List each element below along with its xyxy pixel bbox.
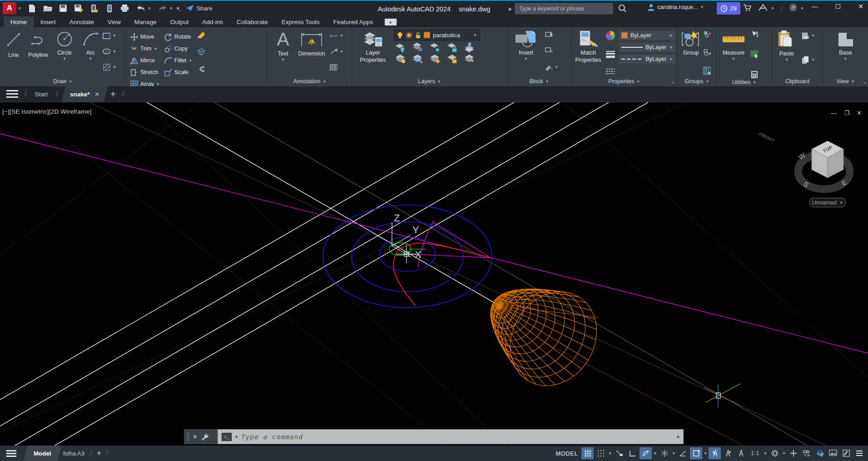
create-block-icon[interactable] bbox=[545, 30, 552, 38]
fillet-button[interactable]: Fillet▼ bbox=[164, 55, 192, 66]
color-wheel-icon[interactable] bbox=[605, 30, 616, 41]
group-button[interactable]: Group bbox=[680, 29, 701, 57]
insert-button[interactable]: Insert ▼ bbox=[512, 29, 540, 61]
panel-label-block[interactable]: Block▼ bbox=[507, 76, 571, 86]
color-dropdown[interactable]: ByLayer▼ bbox=[619, 30, 675, 40]
maximize-button[interactable]: ☐ bbox=[835, 3, 841, 10]
offset-icon[interactable] bbox=[197, 65, 204, 73]
scale-dropdown-icon[interactable]: ▼ bbox=[763, 451, 768, 456]
measure-button[interactable]: Measure ▼ bbox=[720, 29, 747, 61]
search-input[interactable]: Type a keyword or phrase bbox=[515, 3, 613, 14]
rectangle-dropdown-icon[interactable]: ▼ bbox=[113, 34, 116, 38]
open-from-mobile-icon[interactable] bbox=[105, 4, 114, 13]
status-menu-icon[interactable] bbox=[6, 450, 16, 457]
arc-dropdown-icon[interactable]: ▼ bbox=[89, 57, 92, 61]
layer-tools-4-icon[interactable] bbox=[446, 54, 458, 64]
graphics-performance-icon[interactable] bbox=[813, 447, 826, 459]
viewport-controls-label[interactable]: [−][SE Isometric][2D Wireframe] bbox=[2, 108, 91, 115]
undo-icon[interactable] bbox=[136, 4, 145, 13]
annotation-scale-icon[interactable] bbox=[735, 447, 747, 459]
tab-insert[interactable]: Insert bbox=[34, 16, 63, 27]
calculator-icon[interactable] bbox=[750, 70, 758, 78]
paste-dropdown-icon[interactable]: ▼ bbox=[785, 58, 789, 62]
copy-button[interactable]: Copy bbox=[164, 43, 192, 55]
panel-label-groups[interactable]: Groups▼ bbox=[678, 76, 716, 86]
line-button[interactable]: Line bbox=[2, 29, 25, 58]
qat-customize-icon[interactable]: ▼̲ bbox=[176, 6, 180, 11]
workspace-gear-icon[interactable] bbox=[769, 447, 781, 459]
user-account[interactable]: carolina.roque... ▼ bbox=[647, 3, 704, 11]
save-icon[interactable] bbox=[59, 4, 68, 13]
model-tab[interactable]: Model bbox=[24, 446, 61, 461]
clean-screen-icon[interactable] bbox=[827, 447, 839, 459]
close-tab-icon[interactable]: ✕ bbox=[94, 90, 99, 98]
new-file-icon[interactable] bbox=[28, 4, 37, 13]
tab-start[interactable]: Start bbox=[29, 86, 55, 102]
search-expand-icon[interactable]: ▶ bbox=[509, 6, 512, 11]
edit-block-icon[interactable] bbox=[545, 46, 552, 54]
group-selection-toggle[interactable] bbox=[703, 67, 711, 75]
paste-button[interactable]: Paste ▼ bbox=[776, 29, 798, 62]
fullscreen-icon[interactable] bbox=[840, 447, 852, 459]
dock-wrench-icon[interactable] bbox=[201, 433, 208, 441]
panel-label-utilities[interactable]: Utilities▼ bbox=[717, 78, 772, 86]
base-button[interactable]: Base ▼ bbox=[832, 29, 859, 61]
polar-dropdown-icon[interactable]: ▼ bbox=[653, 451, 657, 456]
leader-icon[interactable] bbox=[330, 48, 337, 55]
rectangle-tool-icon[interactable] bbox=[103, 32, 110, 40]
close-button[interactable]: ✕ bbox=[858, 3, 863, 10]
linear-dim-icon[interactable] bbox=[330, 32, 337, 40]
text-dropdown-icon[interactable]: ▼ bbox=[281, 58, 285, 62]
polar-tracking-toggle[interactable] bbox=[640, 447, 652, 459]
match-properties-button[interactable]: Match Properties bbox=[574, 29, 602, 64]
minimize-button[interactable]: — bbox=[812, 3, 818, 10]
array-dropdown-icon[interactable]: ▼ bbox=[156, 82, 160, 86]
trim-dropdown-icon[interactable]: ▼ bbox=[154, 47, 158, 51]
tab-output[interactable]: Output bbox=[164, 16, 196, 27]
customization-menu-icon[interactable] bbox=[853, 447, 865, 459]
cut-icon[interactable] bbox=[801, 32, 809, 40]
explode-icon[interactable] bbox=[197, 48, 204, 55]
dimension-button[interactable]: Dimension bbox=[295, 29, 328, 58]
layer-tools-3-icon[interactable] bbox=[429, 54, 441, 64]
layer-tools-1-icon[interactable] bbox=[395, 54, 407, 64]
dynamic-input-toggle[interactable] bbox=[613, 447, 625, 459]
viewcube[interactable]: W S E TOP FRONT RIGHT bbox=[757, 131, 868, 189]
layer-lock-icon[interactable] bbox=[446, 42, 458, 52]
panel-label-view[interactable]: View▼↘ bbox=[823, 76, 868, 86]
autodesk-dropdown-icon[interactable]: ▼ bbox=[771, 6, 774, 10]
layer-properties-button[interactable]: Layer Properties bbox=[356, 29, 390, 64]
group-edit-icon[interactable] bbox=[703, 49, 711, 56]
circle-button[interactable]: Circle ▼ bbox=[51, 29, 78, 61]
ortho-toggle[interactable] bbox=[626, 447, 639, 459]
tab-addins[interactable]: Add-ins bbox=[195, 16, 230, 27]
file-tabs-menu-icon[interactable] bbox=[6, 90, 18, 98]
properties-expander-icon[interactable]: ↘ bbox=[671, 80, 675, 85]
tab-featured-apps[interactable]: Featured Apps bbox=[327, 16, 380, 27]
viewport-close-icon[interactable]: ✕ bbox=[857, 110, 862, 116]
table-icon[interactable] bbox=[330, 63, 337, 71]
layer-isolate-icon[interactable] bbox=[412, 42, 424, 52]
block-attr-dropdown-icon[interactable]: ▼ bbox=[555, 65, 558, 69]
command-expand-icon[interactable]: ▲ bbox=[676, 434, 680, 439]
autocad-logo[interactable]: A bbox=[3, 2, 16, 14]
viewport-restore-icon[interactable]: ❐ bbox=[844, 110, 849, 116]
ellipse-dropdown-icon[interactable]: ▼ bbox=[113, 50, 116, 54]
hatch-tool-icon[interactable] bbox=[103, 63, 110, 71]
ellipse-tool-icon[interactable] bbox=[103, 48, 110, 55]
view-name-dropdown[interactable]: Unnamed▼ bbox=[809, 198, 846, 207]
new-layout-button[interactable]: + bbox=[94, 449, 104, 458]
tab-home[interactable]: Home bbox=[4, 16, 34, 27]
base-dropdown-icon[interactable]: ▼ bbox=[844, 57, 848, 61]
linetype-dropdown[interactable]: ByLayer▼ bbox=[619, 54, 675, 64]
redo-dropdown-icon[interactable]: ▼ bbox=[169, 6, 173, 10]
scale-value[interactable]: 1:1 bbox=[748, 450, 762, 456]
command-dropdown-icon[interactable]: ▼ bbox=[234, 435, 238, 439]
make-current-icon[interactable] bbox=[464, 42, 476, 52]
copy-clip-icon[interactable] bbox=[801, 56, 809, 64]
object-snap-tracking-toggle[interactable] bbox=[677, 447, 689, 459]
tab-annotate[interactable]: Annotate bbox=[63, 16, 101, 27]
object-snap-dropdown-icon[interactable]: ▼ bbox=[703, 451, 708, 456]
panel-label-layers[interactable]: Layers▼ bbox=[352, 76, 507, 86]
panel-label-clipboard[interactable]: Clipboard bbox=[772, 76, 823, 86]
